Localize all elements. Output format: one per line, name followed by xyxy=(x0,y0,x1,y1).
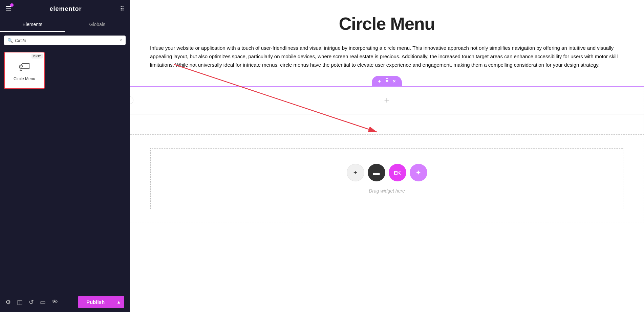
page-title-section: Circle Menu xyxy=(130,0,644,41)
widget-drop-zone: + ▬ EK ✦ Drag widget here xyxy=(150,148,623,209)
section-drag-button[interactable]: ⠿ xyxy=(385,78,389,84)
empty-canvas-section-1: ‹ + xyxy=(130,86,644,114)
sidebar: ☰ elementor ⠿ Elements Globals 🔍 × EKIT … xyxy=(0,0,130,312)
page-title: Circle Menu xyxy=(150,14,624,34)
elementor-logo: elementor xyxy=(49,5,82,13)
add-section-button[interactable]: + xyxy=(384,95,389,106)
page-description: Infuse your website or application with … xyxy=(130,41,644,76)
search-clear-icon[interactable]: × xyxy=(120,38,122,43)
sidebar-header: ☰ elementor ⠿ xyxy=(0,0,130,18)
grid-icon[interactable]: ⠿ xyxy=(120,5,124,13)
widget-icon: 🏷 xyxy=(18,60,30,74)
tab-globals[interactable]: Globals xyxy=(65,18,130,32)
widget-section: + ▬ EK ✦ Drag widget here xyxy=(130,134,644,223)
publish-chevron-button[interactable]: ▲ xyxy=(113,296,124,308)
search-box: 🔍 × xyxy=(4,36,126,45)
widgets-area: EKIT 🏷 Circle Menu xyxy=(0,48,130,292)
section-delete-button[interactable]: × xyxy=(393,78,396,84)
tab-elements[interactable]: Elements xyxy=(0,18,65,32)
layers-icon[interactable]: ◫ xyxy=(17,298,23,306)
circle-btn-add[interactable]: + xyxy=(347,164,364,181)
circle-btn-star[interactable]: ✦ xyxy=(410,164,427,181)
canvas-area: Circle Menu Infuse your website or appli… xyxy=(130,0,644,312)
section-handle: + ⠿ × xyxy=(130,76,644,86)
settings-icon[interactable]: ⚙ xyxy=(5,298,11,306)
circle-menu-widget-card[interactable]: EKIT 🏷 Circle Menu xyxy=(4,52,45,89)
dot-indicator xyxy=(10,3,14,7)
section-handle-bar: + ⠿ × xyxy=(372,76,402,86)
empty-canvas-section-2 xyxy=(130,114,644,134)
canvas-collapse-button[interactable]: ‹ xyxy=(130,96,133,104)
page-wrapper: Circle Menu Infuse your website or appli… xyxy=(130,0,644,312)
sidebar-search: 🔍 × xyxy=(0,32,130,48)
circle-btn-folder[interactable]: ▬ xyxy=(368,164,385,181)
search-icon: 🔍 xyxy=(7,38,13,43)
search-input[interactable] xyxy=(15,38,117,43)
widget-label: Circle Menu xyxy=(14,76,35,81)
circle-menu-demo: + ▬ EK ✦ xyxy=(347,164,427,181)
publish-button[interactable]: Publish xyxy=(78,296,113,308)
responsive-icon[interactable]: ▭ xyxy=(40,298,46,306)
main-content: Circle Menu Infuse your website or appli… xyxy=(130,0,644,312)
publish-button-group: Publish ▲ xyxy=(78,296,124,308)
sidebar-footer: ⚙ ◫ ↺ ▭ 👁 Publish ▲ xyxy=(0,292,130,312)
section-add-button[interactable]: + xyxy=(378,78,381,84)
widget-badge: EKIT xyxy=(31,54,43,59)
drag-widget-label: Drag widget here xyxy=(369,188,405,194)
circle-btn-ek[interactable]: EK xyxy=(389,164,406,181)
history-icon[interactable]: ↺ xyxy=(29,298,34,306)
eye-icon[interactable]: 👁 xyxy=(52,298,58,306)
sidebar-tabs: Elements Globals xyxy=(0,18,130,32)
